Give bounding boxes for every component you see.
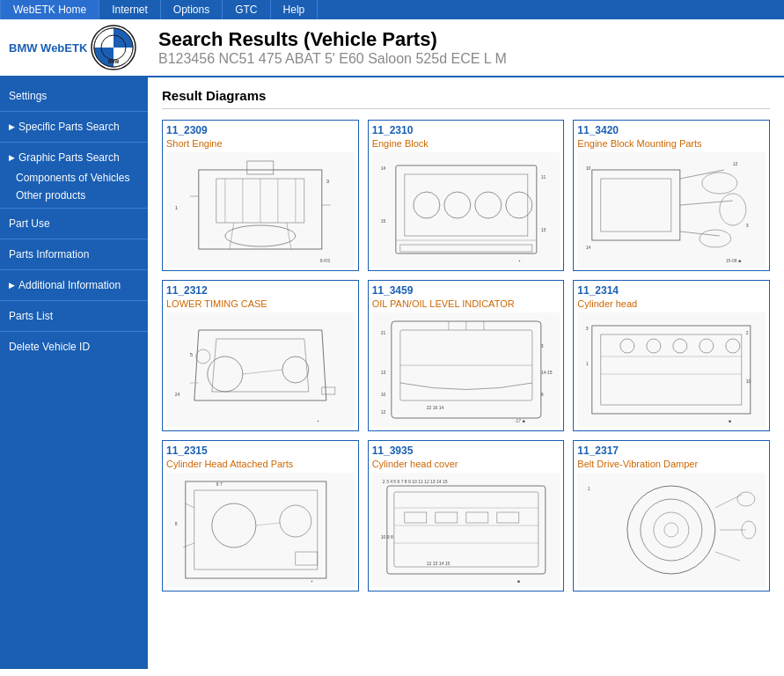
diagram-name-1: Short Engine bbox=[166, 138, 355, 149]
sidebar-item-part-use[interactable]: Part Use bbox=[0, 212, 148, 235]
nav-home[interactable]: WebETK Home bbox=[0, 0, 99, 19]
diagram-cylinder-head-cover[interactable]: 11_3935 Cylinder head cover 2 bbox=[368, 440, 565, 592]
sidebar: Settings Specific Parts Search Graphic P… bbox=[0, 77, 148, 669]
svg-text:15: 15 bbox=[380, 218, 385, 224]
svg-text:3: 3 bbox=[326, 179, 330, 184]
svg-rect-28 bbox=[399, 245, 531, 252]
sidebar-item-specific-parts[interactable]: Specific Parts Search bbox=[0, 115, 148, 138]
svg-text:10: 10 bbox=[746, 378, 751, 384]
diagram-image-1: 8-RS 1 3 bbox=[166, 152, 355, 267]
sidebar-item-settings[interactable]: Settings bbox=[0, 84, 148, 107]
svg-rect-85 bbox=[186, 481, 326, 578]
svg-line-14 bbox=[287, 223, 291, 249]
diagram-image-4: 5 24 ▪ bbox=[166, 312, 355, 427]
diagram-image-8: 2 3 4 5 6 7 8 9 10 11 12 13 14 15 12 13 … bbox=[372, 473, 561, 587]
sidebar-divider-4 bbox=[0, 239, 148, 239]
svg-point-77 bbox=[673, 339, 687, 353]
nav-gtc[interactable]: GTC bbox=[223, 0, 270, 19]
svg-text:22 16 14: 22 16 14 bbox=[426, 405, 443, 410]
svg-line-91 bbox=[183, 543, 194, 547]
nav-options[interactable]: Options bbox=[161, 0, 223, 19]
sidebar-divider-2 bbox=[0, 142, 148, 143]
svg-point-111 bbox=[654, 512, 689, 547]
svg-text:2 3 4 5 6 7 8 9 10 11 12 13 14: 2 3 4 5 6 7 8 9 10 11 12 13 14 15 bbox=[382, 479, 447, 484]
diagram-code-7: 11_2315 bbox=[166, 445, 355, 457]
svg-line-89 bbox=[256, 523, 280, 525]
title-area: Search Results (Vehicle Parts) B123456 N… bbox=[150, 28, 507, 67]
diagram-engine-block[interactable]: 11_2310 Engine Block 14 11 bbox=[368, 120, 565, 271]
sidebar-divider-5 bbox=[0, 269, 148, 270]
diagram-short-engine[interactable]: 11_2309 Short Engine bbox=[162, 120, 359, 271]
svg-rect-22 bbox=[404, 174, 527, 236]
top-navigation: WebETK Home Internet Options GTC Help bbox=[0, 0, 784, 19]
sidebar-item-parts-info[interactable]: Parts Information bbox=[0, 243, 148, 266]
diagram-grid: 11_2309 Short Engine bbox=[162, 120, 770, 592]
diagram-belt-drive[interactable]: 11_2317 Belt Drive-Vibration Damper bbox=[573, 440, 770, 592]
svg-point-25 bbox=[474, 192, 501, 218]
svg-text:■: ■ bbox=[729, 418, 731, 423]
svg-rect-72 bbox=[601, 334, 742, 405]
diagram-cylinder-head-attached[interactable]: 11_2315 Cylinder Head Attached Parts 6 7 bbox=[162, 440, 359, 592]
svg-text:5: 5 bbox=[190, 352, 194, 357]
bmw-logo: BMW bbox=[91, 25, 136, 70]
diagram-code-8: 11_3935 bbox=[372, 445, 561, 457]
nav-help[interactable]: Help bbox=[271, 0, 319, 19]
diagram-image-5: 21 3 13 14-15 10 9 22 16 14 12 -17 ■ bbox=[372, 312, 561, 427]
svg-point-47 bbox=[208, 356, 243, 392]
sidebar-item-additional-info[interactable]: Additional Information bbox=[0, 274, 148, 297]
nav-internet[interactable]: Internet bbox=[99, 0, 161, 19]
svg-text:2: 2 bbox=[746, 330, 749, 335]
svg-point-39 bbox=[702, 173, 737, 194]
svg-point-23 bbox=[413, 192, 439, 218]
logo-area: BMW WebETK BMW bbox=[9, 25, 150, 70]
sidebar-item-graphic-parts[interactable]: Graphic Parts Search bbox=[0, 146, 148, 169]
svg-point-12 bbox=[225, 225, 296, 246]
sidebar-item-delete-vehicle[interactable]: Delete Vehicle ID bbox=[0, 335, 148, 358]
diagram-image-9: 1 3 4 15 2 bbox=[577, 473, 766, 587]
svg-point-24 bbox=[443, 192, 470, 218]
diagram-image-2: 14 11 15 13 ▪ bbox=[372, 152, 561, 267]
svg-rect-104 bbox=[496, 512, 518, 523]
diagram-image-6: 3 2 1 10 ■ bbox=[577, 312, 766, 427]
svg-line-37 bbox=[680, 201, 733, 205]
svg-text:14: 14 bbox=[380, 165, 385, 171]
svg-point-88 bbox=[280, 505, 311, 537]
svg-text:14: 14 bbox=[586, 245, 591, 250]
svg-rect-102 bbox=[435, 512, 457, 523]
diagram-code-5: 11_3459 bbox=[372, 284, 561, 297]
svg-text:12: 12 bbox=[380, 409, 385, 415]
diagram-image-3: 10 12 3 14 15-08 ■ bbox=[577, 152, 766, 267]
diagram-lower-timing-case[interactable]: 11_2312 LOWER TIMING CASE 5 24 bbox=[162, 280, 359, 431]
diagram-name-6: Cylinder head bbox=[577, 298, 766, 309]
svg-rect-86 bbox=[194, 490, 318, 569]
diagram-engine-block-mounting[interactable]: 11_3420 Engine Block Mounting Parts 10 bbox=[573, 120, 770, 271]
diagram-code-6: 11_2314 bbox=[577, 284, 766, 297]
svg-text:13: 13 bbox=[380, 370, 385, 375]
svg-text:14-15: 14-15 bbox=[540, 370, 552, 375]
svg-line-49 bbox=[243, 370, 282, 374]
svg-text:1: 1 bbox=[175, 205, 179, 210]
svg-text:3: 3 bbox=[746, 223, 749, 228]
sidebar-divider-7 bbox=[0, 331, 148, 332]
svg-text:12: 12 bbox=[733, 161, 738, 166]
svg-text:3: 3 bbox=[586, 326, 589, 331]
sidebar-divider-1 bbox=[0, 111, 148, 112]
sidebar-item-parts-list[interactable]: Parts List bbox=[0, 305, 148, 327]
svg-line-115 bbox=[715, 552, 740, 561]
svg-point-48 bbox=[282, 356, 309, 383]
svg-text:▪: ▪ bbox=[311, 578, 313, 584]
sidebar-item-components[interactable]: Components of Vehicles bbox=[0, 169, 148, 187]
svg-text:-17 ■: -17 ■ bbox=[514, 418, 524, 423]
vehicle-subtitle: B123456 NC51 475 ABAT 5' E60 Saloon 525d… bbox=[158, 51, 507, 67]
svg-text:13: 13 bbox=[540, 227, 546, 232]
diagram-name-4: LOWER TIMING CASE bbox=[166, 298, 355, 309]
svg-text:10 9 8: 10 9 8 bbox=[380, 534, 392, 540]
svg-text:11: 11 bbox=[540, 174, 546, 180]
svg-point-75 bbox=[620, 339, 634, 353]
diagram-oil-pan[interactable]: 11_3459 OIL PAN/OIL LEVEL INDICATOR 21 3 bbox=[368, 280, 565, 431]
diagram-name-8: Cylinder head cover bbox=[372, 459, 561, 469]
diagram-cylinder-head[interactable]: 11_2314 Cylinder head 3 bbox=[573, 280, 770, 431]
svg-text:10: 10 bbox=[586, 165, 591, 171]
sidebar-item-other-products[interactable]: Other products bbox=[0, 187, 148, 204]
svg-rect-97 bbox=[393, 492, 538, 567]
